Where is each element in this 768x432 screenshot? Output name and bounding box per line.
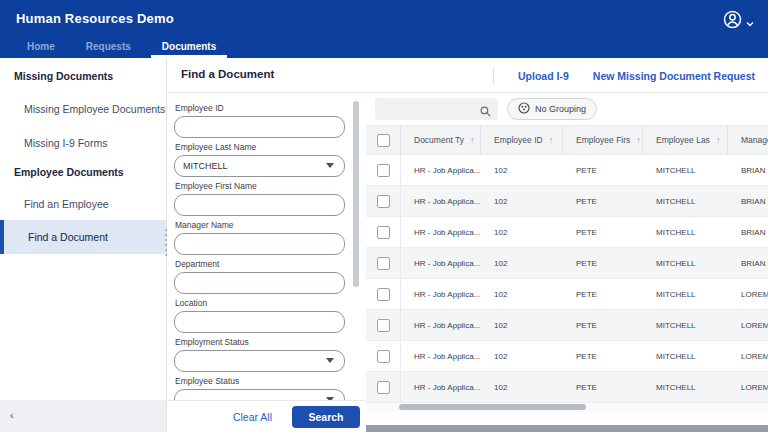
department-label: Department [175, 259, 345, 269]
results-panel: No Grouping Document Ty↑ Employee ID↑ Em… [366, 93, 768, 432]
bottom-scroll-strip [366, 425, 768, 432]
sort-asc-icon[interactable]: ↑ [464, 135, 481, 145]
field-employee-first-name: Employee First Name [174, 181, 345, 216]
table-row[interactable]: HR - Job Applica... 102 PETE MITCHELL BR… [366, 248, 768, 279]
field-employment-status: Employment Status [174, 337, 345, 372]
column-header-document-type[interactable]: Document Ty↑ [401, 126, 481, 154]
table-row[interactable]: HR - Job Applica... 102 PETE MITCHELL BR… [366, 186, 768, 217]
search-button[interactable]: Search [292, 406, 360, 428]
main-nav: Home Requests Documents [0, 38, 768, 58]
select-all-cell [366, 126, 401, 154]
column-header-manager[interactable]: Manager Na [728, 126, 768, 154]
employee-first-name-label: Employee First Name [175, 181, 345, 191]
grid-header-row: Document Ty↑ Employee ID↑ Employee Firs↑… [366, 125, 768, 155]
sidebar-section-employee-documents: Employee Documents [14, 166, 124, 178]
table-row[interactable]: HR - Job Applica... 102 PETE MITCHELL LO… [366, 372, 768, 403]
grid-horizontal-scrollbar [366, 403, 768, 412]
employment-status-label: Employment Status [175, 337, 345, 347]
user-circle-icon [723, 10, 742, 33]
sidebar: Missing Documents Missing Employee Docum… [0, 58, 166, 400]
row-checkbox[interactable] [377, 164, 390, 177]
sidebar-item-find-a-document[interactable]: Find a Document [0, 220, 166, 254]
employee-id-input[interactable] [174, 116, 345, 138]
page-titlebar: Find a Document Upload I-9 New Missing D… [167, 58, 768, 93]
row-checkbox[interactable] [377, 350, 390, 363]
location-input[interactable] [174, 311, 345, 333]
row-checkbox[interactable] [377, 195, 390, 208]
sidebar-item-missing-i9-forms[interactable]: Missing I-9 Forms [24, 137, 107, 149]
row-checkbox[interactable] [377, 226, 390, 239]
sidebar-item-missing-employee-documents[interactable]: Missing Employee Documents [24, 103, 165, 115]
column-header-employee-last[interactable]: Employee Las↑ [643, 126, 728, 154]
sort-asc-icon[interactable]: ↑ [543, 135, 562, 145]
field-employee-last-name: Employee Last Name MITCHELL [174, 142, 345, 177]
sidebar-section-missing-documents: Missing Documents [14, 70, 113, 82]
table-row[interactable]: HR - Job Applica... 102 PETE MITCHELL BR… [366, 155, 768, 186]
employee-last-name-value: MITCHELL [175, 156, 344, 176]
column-header-employee-first[interactable]: Employee Firs↑ [563, 126, 643, 154]
manager-name-label: Manager Name [175, 220, 345, 230]
employee-last-name-select[interactable]: MITCHELL [174, 155, 345, 177]
table-row[interactable]: HR - Job Applica... 102 PETE MITCHELL LO… [366, 341, 768, 372]
employee-last-name-label: Employee Last Name [175, 142, 345, 152]
row-checkbox[interactable] [377, 257, 390, 270]
sidebar-footer: ‹ [0, 400, 166, 432]
dropdown-caret-icon [326, 358, 334, 363]
actions-divider [493, 67, 494, 85]
tab-documents[interactable]: Documents [151, 38, 227, 58]
account-menu[interactable] [723, 10, 754, 33]
dropdown-caret-icon [326, 163, 334, 168]
column-header-employee-id[interactable]: Employee ID↑ [481, 126, 563, 154]
field-manager-name: Manager Name [174, 220, 345, 255]
chevron-down-icon [746, 13, 754, 31]
field-location: Location [174, 298, 345, 333]
table-row[interactable]: HR - Job Applica... 102 PETE MITCHELL LO… [366, 310, 768, 341]
employee-status-select[interactable] [174, 389, 345, 400]
form-scrollbar[interactable] [353, 101, 359, 287]
upload-i9-link[interactable]: Upload I-9 [518, 70, 569, 82]
sidebar-item-find-an-employee[interactable]: Find an Employee [24, 198, 109, 210]
employment-status-select[interactable] [174, 350, 345, 372]
grid-toolbar: No Grouping [366, 93, 768, 125]
row-checkbox[interactable] [377, 319, 390, 332]
grid-search-box [375, 98, 498, 120]
employee-first-name-input[interactable] [174, 194, 345, 216]
grouping-label: No Grouping [535, 104, 586, 114]
grouping-button[interactable]: No Grouping [507, 98, 597, 120]
titlebar-actions: Upload I-9 New Missing Document Request [493, 58, 755, 93]
row-checkbox[interactable] [377, 288, 390, 301]
employee-id-label: Employee ID [175, 103, 345, 113]
search-icon [480, 103, 491, 121]
clear-all-link[interactable]: Clear All [233, 411, 272, 423]
grouping-icon [518, 102, 530, 116]
location-label: Location [175, 298, 345, 308]
app-header: Human Resources Demo [0, 0, 768, 38]
app-title: Human Resources Demo [16, 11, 174, 26]
select-all-checkbox[interactable] [377, 134, 390, 147]
sort-asc-icon[interactable]: ↑ [710, 135, 728, 145]
field-employee-status: Employee Status [174, 376, 345, 400]
new-missing-document-request-link[interactable]: New Missing Document Request [593, 70, 755, 82]
grid-horizontal-scrollbar-thumb[interactable] [399, 404, 586, 410]
grid-body: HR - Job Applica... 102 PETE MITCHELL BR… [366, 155, 768, 403]
app-window: Human Resources Demo Home Requests Docum… [0, 0, 768, 432]
filter-form-panel: Employee ID Employee Last Name MITCHELL … [167, 93, 365, 400]
tab-home[interactable]: Home [16, 38, 66, 58]
form-footer: Clear All Search [167, 400, 365, 432]
row-checkbox[interactable] [377, 381, 390, 394]
field-department: Department [174, 259, 345, 294]
table-row[interactable]: HR - Job Applica... 102 PETE MITCHELL LO… [366, 279, 768, 310]
collapse-sidebar-icon[interactable]: ‹ [10, 409, 14, 421]
sort-asc-icon[interactable]: ↑ [630, 135, 643, 145]
tab-requests[interactable]: Requests [75, 38, 142, 58]
manager-name-input[interactable] [174, 233, 345, 255]
table-row[interactable]: HR - Job Applica... 102 PETE MITCHELL BR… [366, 217, 768, 248]
department-input[interactable] [174, 272, 345, 294]
employee-status-label: Employee Status [175, 376, 345, 386]
field-employee-id: Employee ID [174, 103, 345, 138]
page-title: Find a Document [181, 68, 274, 80]
